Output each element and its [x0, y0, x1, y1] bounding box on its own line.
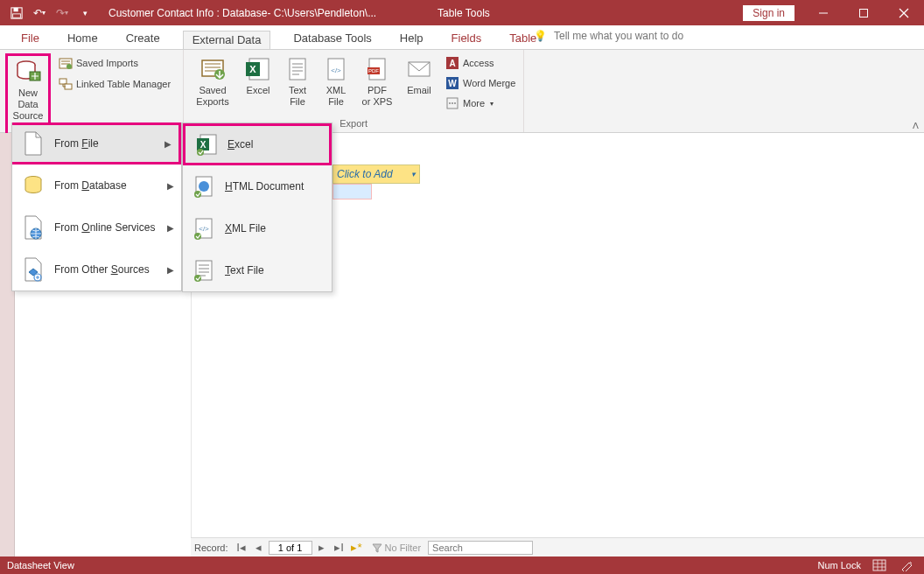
export-xml-button[interactable]: </> XML File	[318, 53, 354, 109]
export-word-merge-button[interactable]: W Word Merge	[443, 74, 518, 93]
svg-text:PDF: PDF	[368, 68, 379, 74]
email-icon	[405, 55, 433, 83]
menu-from-other-label: From Other Sources	[54, 263, 150, 276]
minimize-button[interactable]	[803, 0, 844, 25]
record-position-input[interactable]	[269, 541, 312, 555]
ribbon: New Data Source▾ Saved Imports Linked Ta…	[0, 49, 924, 133]
title-bar: ↶▾ ↷▾ ▾ Customer Contact Info : Database…	[0, 0, 924, 25]
saved-exports-icon	[199, 55, 227, 83]
access-icon: A	[445, 56, 459, 70]
window-title: Customer Contact Info : Database- C:\Use…	[108, 7, 376, 19]
svg-text:W: W	[448, 79, 457, 88]
export-text-button[interactable]: Text File	[280, 53, 315, 109]
submenu-text[interactable]: Text File	[183, 249, 332, 291]
text-file-icon	[284, 55, 312, 83]
tab-file[interactable]: File	[16, 28, 45, 49]
tab-database-tools[interactable]: Database Tools	[288, 28, 376, 49]
record-search-input[interactable]	[428, 541, 533, 555]
svg-text:</>: </>	[199, 225, 209, 233]
saved-exports-button[interactable]: Saved Exports	[189, 53, 236, 109]
save-icon[interactable]	[9, 5, 24, 21]
export-access-button[interactable]: A Access	[443, 53, 518, 73]
other-sources-icon	[21, 257, 46, 282]
status-bar: Datasheet View Num Lock	[0, 556, 924, 574]
export-email-button[interactable]: Email	[401, 53, 438, 98]
chevron-right-icon: ▶	[167, 181, 174, 191]
export-excel-button[interactable]: X Excel	[240, 53, 276, 98]
export-xml-label: XML File	[326, 85, 346, 108]
datasheet-view-button[interactable]	[870, 558, 889, 572]
group-import-link: New Data Source▾ Saved Imports Linked Ta…	[0, 50, 184, 132]
linked-table-manager-label: Linked Table Manager	[76, 79, 171, 89]
chevron-right-icon: ▶	[164, 139, 172, 149]
saved-imports-button[interactable]: Saved Imports	[56, 53, 173, 73]
tab-create[interactable]: Create	[121, 28, 165, 49]
file-icon	[21, 131, 46, 156]
click-to-add-column[interactable]: Click to Add ▾	[332, 164, 420, 184]
design-view-button[interactable]	[898, 558, 917, 572]
saved-imports-icon	[59, 56, 73, 70]
close-button[interactable]	[884, 0, 924, 25]
excel-icon: X	[244, 55, 272, 83]
submenu-html-label: HTML Document	[225, 180, 304, 192]
export-pdf-button[interactable]: PDF PDF or XPS	[357, 53, 397, 109]
export-text-label: Text File	[289, 85, 306, 108]
prev-record-button[interactable]: ◂	[251, 541, 267, 555]
qat-customize-icon[interactable]: ▾	[77, 5, 93, 21]
next-record-button[interactable]: ▸	[314, 541, 330, 555]
menu-from-other[interactable]: From Other Sources ▶	[12, 248, 181, 290]
saved-exports-label: Saved Exports	[196, 85, 228, 108]
tab-home[interactable]: Home	[62, 28, 103, 49]
new-data-source-menu: From File ▶ From Database ▶ From Online …	[11, 122, 182, 291]
tell-me-search[interactable]: 💡 Tell me what you want to do	[534, 30, 683, 42]
svg-rect-1	[14, 7, 18, 10]
maximize-button[interactable]	[844, 0, 884, 25]
new-data-source-label: New Data Source	[10, 88, 46, 122]
redo-icon[interactable]: ↷▾	[54, 5, 70, 21]
saved-imports-label: Saved Imports	[76, 58, 138, 68]
submenu-html[interactable]: HTML Document	[183, 165, 332, 207]
collapse-ribbon-icon[interactable]: ᐱ	[913, 121, 919, 130]
export-more-button[interactable]: More▾	[443, 94, 518, 113]
submenu-text-label: Text File	[225, 264, 264, 276]
svg-text:</>: </>	[331, 66, 341, 74]
sign-in-button[interactable]: Sign in	[743, 5, 794, 21]
record-label: Record:	[194, 542, 228, 553]
export-access-label: Access	[463, 58, 494, 68]
menu-from-file[interactable]: From File ▶	[12, 122, 181, 164]
svg-point-30	[449, 102, 451, 104]
tab-fields[interactable]: Fields	[446, 28, 487, 49]
chevron-right-icon: ▶	[167, 265, 174, 275]
svg-rect-18	[290, 59, 305, 80]
linked-table-manager-button[interactable]: Linked Table Manager	[56, 74, 173, 94]
svg-rect-49	[873, 560, 886, 570]
menu-from-online[interactable]: From Online Services ▶	[12, 206, 181, 248]
export-excel-label: Excel	[247, 85, 270, 96]
last-record-button[interactable]: ▸I	[332, 541, 347, 555]
menu-from-database-label: From Database	[54, 179, 127, 192]
tab-help[interactable]: Help	[395, 28, 429, 49]
database-icon	[21, 173, 46, 198]
filter-indicator[interactable]: No Filter	[372, 542, 422, 553]
group-export: Saved Exports X Excel Text File </> XML …	[184, 50, 524, 132]
text-file-icon	[192, 258, 216, 283]
menu-from-online-label: From Online Services	[54, 221, 155, 234]
quick-access-toolbar: ↶▾ ↷▾ ▾	[0, 5, 93, 21]
excel-file-icon: X	[194, 132, 219, 157]
first-record-button[interactable]: I◂	[234, 541, 249, 555]
menu-from-database[interactable]: From Database ▶	[12, 164, 181, 206]
more-icon	[445, 96, 459, 110]
tab-external-data[interactable]: External Data	[183, 31, 271, 49]
datasheet-cell[interactable]	[332, 184, 372, 200]
svg-rect-11	[60, 79, 66, 84]
new-record-button[interactable]: ▸*	[349, 541, 365, 555]
undo-icon[interactable]: ↶▾	[32, 5, 47, 21]
svg-point-10	[66, 64, 72, 69]
filter-icon	[372, 542, 382, 553]
submenu-xml[interactable]: </> XML File	[183, 207, 332, 249]
no-filter-label: No Filter	[385, 542, 422, 553]
from-file-submenu: X Excel HTML Document </> XML File Text …	[182, 122, 332, 292]
ribbon-tabs: File Home Create External Data Database …	[0, 25, 924, 49]
chevron-right-icon: ▶	[167, 223, 174, 233]
submenu-excel[interactable]: X Excel	[183, 123, 332, 165]
